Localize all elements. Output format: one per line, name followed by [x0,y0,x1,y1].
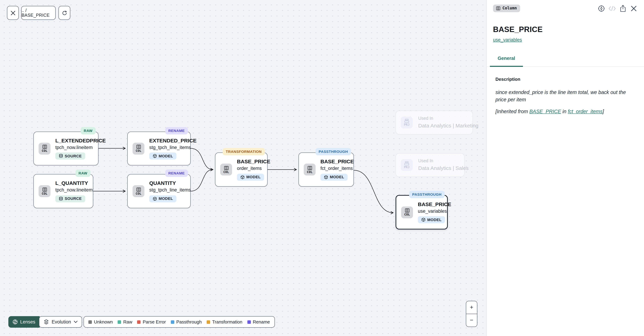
legend-swatch [88,320,92,324]
lenses-button[interactable]: Lenses [8,316,40,328]
node-extended-price[interactable]: RENAME COL EXTENDED_PRICE stg_tpch_line_… [127,132,191,165]
node-subtitle: use_variables [418,208,445,214]
project-chip: PRJ [401,117,413,129]
column-icon [136,145,141,149]
column-icon [42,145,47,149]
cube-icon [240,175,244,179]
model-chip: MODEL [149,153,176,160]
entity-type-badge: Column [493,5,520,12]
legend-swatch [118,320,121,324]
legend-item-parse-error: Parse Error [137,319,166,324]
database-icon [59,197,63,201]
zoom-in-button[interactable]: + [466,301,477,314]
used-in-value: Data Analytics | Marketing [418,122,478,129]
project-icon [404,119,409,123]
inherited-from-line: [Inherited from BASE_PRICE in fct_order_… [496,109,636,114]
node-title: BASE_PRICE [418,201,445,207]
node-title: L_EXTENDEDPRICE [55,137,96,144]
lineage-canvas[interactable]: PRJ Used In Data Analytics | Marketing P… [0,0,486,336]
column-icon [42,187,47,192]
close-panel-button[interactable] [630,5,638,12]
model-link-row: use_variables [493,37,638,43]
breadcrumb[interactable]: .. / BASE_PRICE [21,6,56,20]
tab-general[interactable]: General [490,56,523,61]
legend-item-transformation: Transformation [206,319,242,324]
edge-fctorderitems-usevariables [354,170,393,213]
used-in-label: Used In [418,159,469,164]
model-chip: MODEL [320,174,348,181]
source-chip: SOURCE [55,153,85,160]
legend-item-rename: Rename [247,319,270,324]
node-l-quantity[interactable]: RAW COL L_QUANTITY tpch_now.lineitem SOU… [34,174,93,208]
legend-item-unknown: Unknown [88,319,113,324]
node-quantity[interactable]: RENAME COL QUANTITY stg_tpch_line_items … [127,174,191,208]
node-subtitle: stg_tpch_line_items [149,187,188,193]
panel-tabs: General [487,56,644,67]
column-type-chip: COL [38,185,50,197]
zoom-out-button[interactable]: − [466,314,477,327]
node-subtitle: tpch_now.lineitem [55,144,96,150]
legend-swatch [137,320,140,324]
column-icon [496,6,500,11]
column-type-chip: COL [38,143,50,154]
node-subtitle: fct_order_items [320,165,352,171]
node-base-price-use-variables[interactable]: PASSTHROUGH COL BASE_PRICE use_variables… [396,195,448,229]
refresh-button[interactable] [58,6,70,20]
column-type-chip: COL [132,143,144,154]
share-button[interactable] [619,5,626,12]
project-icon [404,161,409,165]
description-label: Description [496,77,636,82]
node-title: QUANTITY [149,180,188,186]
column-type-chip: COL [401,206,413,218]
used-in-card-sales: PRJ Used In Data Analytics | Sales [396,153,464,177]
layers-icon [43,319,49,325]
chevron-down-icon [74,321,78,323]
node-subtitle: tpch_now.lineitem [55,187,91,193]
cube-icon [421,218,426,222]
source-chip: SOURCE [55,195,85,202]
explore-compass-button[interactable] [598,5,605,12]
legend-item-raw: Raw [118,319,132,324]
legend-swatch [206,320,210,324]
description-section: Description since extended_price is the … [487,67,644,114]
database-icon [59,154,63,158]
model-chip: MODEL [237,174,264,181]
node-base-price-order-items[interactable]: TRANSFORMATION COL BASE_PRICE order_item… [215,153,268,187]
lens-selector[interactable]: Evolution [39,316,82,328]
legend-item-passthrough: Passthrough [171,319,202,324]
code-view-button[interactable] [608,5,616,12]
share-icon [620,5,626,12]
lenses-bar: Lenses Evolution [8,316,82,328]
panel-header: Column [487,0,644,12]
inherited-column-link[interactable]: BASE_PRICE [529,109,561,114]
node-subtitle: stg_tpch_line_items [149,144,188,150]
edge-extendedprice-orderitems [191,148,213,170]
used-in-value: Data Analytics | Sales [418,165,469,172]
panel-title: BASE_PRICE [493,25,638,34]
aperture-icon [12,319,18,324]
model-chip: MODEL [418,216,445,223]
zoom-control: + − [466,301,477,327]
cube-icon [153,154,157,158]
node-title: BASE_PRICE [237,158,265,165]
inherited-model-link[interactable]: fct_order_items [568,109,602,114]
column-type-chip: COL [304,164,316,175]
column-type-chip: COL [220,164,232,175]
use-variables-link[interactable]: use_variables [493,37,522,43]
exit-lineage-button[interactable] [7,6,19,20]
compass-icon [598,5,605,12]
node-subtitle: order_items [237,165,265,171]
used-in-label: Used In [418,116,478,121]
close-icon [630,6,636,11]
node-l-extendedprice[interactable]: RAW COL L_EXTENDEDPRICE tpch_now.lineite… [34,132,98,165]
node-title: BASE_PRICE [320,158,352,165]
cube-icon [153,197,157,201]
cube-icon [324,175,328,179]
code-icon [608,6,616,11]
node-base-price-fct-order-items[interactable]: PASSTHROUGH COL BASE_PRICE fct_order_ite… [298,153,354,187]
details-panel: Column BASE_PRICE use_variables [486,0,644,336]
column-icon [136,187,141,192]
column-icon [308,166,312,170]
project-chip: PRJ [401,159,413,171]
model-chip: MODEL [149,195,176,202]
